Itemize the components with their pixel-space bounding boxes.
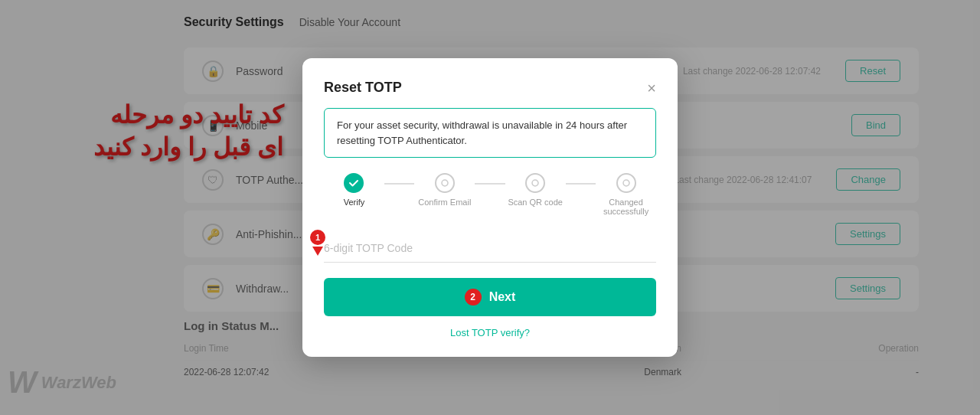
modal-close-button[interactable]: ×	[647, 80, 656, 96]
next-button[interactable]: 2 Next	[324, 278, 656, 316]
step-verify-circle	[344, 173, 364, 193]
step-confirm-email-label: Confirm Email	[418, 198, 471, 207]
steps-container: Verify Confirm Email	[324, 173, 656, 216]
annotation-badge-2: 2	[465, 289, 482, 306]
step-verify: Verify	[324, 173, 384, 207]
step-scan-qr-label: Scan QR code	[508, 198, 563, 207]
step-scan-qr: Scan QR code	[505, 173, 566, 207]
svg-point-2	[623, 180, 629, 186]
step-changed-success-circle	[616, 173, 636, 193]
modal-header: Reset TOTP ×	[324, 80, 656, 96]
step-connector-1	[384, 183, 414, 185]
step-scan-qr-circle	[525, 173, 545, 193]
totp-code-input[interactable]	[324, 234, 656, 263]
lost-totp-link[interactable]: Lost TOTP verify?	[324, 327, 656, 338]
step-connector-3	[566, 183, 596, 185]
modal-backdrop: Reset TOTP × For your asset security, wi…	[0, 0, 980, 415]
svg-point-0	[442, 180, 448, 186]
step-changed-success-label: Changed successfully	[596, 198, 656, 216]
step-verify-label: Verify	[344, 198, 365, 207]
svg-point-1	[532, 180, 538, 186]
modal-warning: For your asset security, withdrawal is u…	[324, 108, 656, 158]
modal-title: Reset TOTP	[324, 80, 402, 96]
totp-input-wrap: 1	[324, 234, 656, 263]
step-connector-2	[475, 183, 505, 185]
next-button-label: Next	[489, 290, 516, 304]
step-changed-success: Changed successfully	[596, 173, 656, 216]
annotation-badge-1: 1	[310, 230, 325, 245]
step-confirm-email-circle	[435, 173, 455, 193]
reset-totp-modal: Reset TOTP × For your asset security, wi…	[302, 58, 678, 357]
step-confirm-email: Confirm Email	[414, 173, 475, 207]
